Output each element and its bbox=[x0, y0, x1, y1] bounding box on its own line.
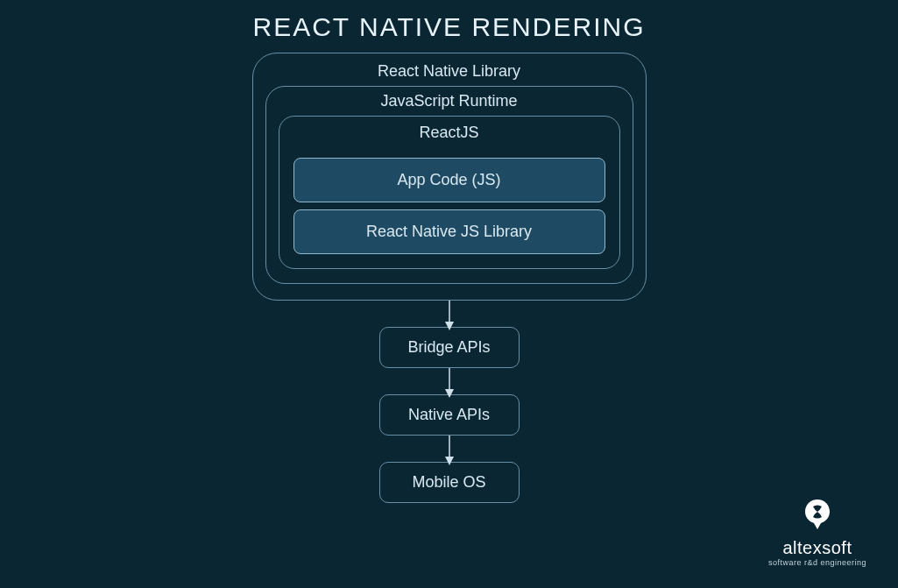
logo-mark-icon bbox=[803, 498, 832, 535]
diagram-container: React Native Library JavaScript Runtime … bbox=[0, 53, 898, 503]
logo-brand-text: altexsoft bbox=[768, 538, 866, 558]
layer-reactjs: ReactJS App Code (JS) React Native JS Li… bbox=[279, 116, 620, 269]
box-rn-js-library: React Native JS Library bbox=[293, 209, 605, 254]
node-mobile-os: Mobile OS bbox=[379, 462, 520, 503]
layer-javascript-runtime: JavaScript Runtime ReactJS App Code (JS)… bbox=[265, 86, 633, 284]
label-mid: JavaScript Runtime bbox=[279, 92, 620, 116]
node-native-apis: Native APIs bbox=[379, 394, 520, 436]
label-inner: ReactJS bbox=[293, 124, 605, 151]
box-app-code: App Code (JS) bbox=[293, 158, 605, 202]
node-bridge-apis: Bridge APIs bbox=[379, 327, 520, 368]
layer-react-native-library: React Native Library JavaScript Runtime … bbox=[252, 53, 647, 301]
brand-logo: altexsoft software r&d engineering bbox=[768, 498, 866, 567]
logo-tagline: software r&d engineering bbox=[768, 558, 866, 567]
svg-marker-1 bbox=[445, 322, 454, 330]
svg-marker-3 bbox=[445, 389, 454, 398]
diagram-title: REACT NATIVE RENDERING bbox=[0, 0, 898, 42]
arrow-icon bbox=[449, 368, 450, 394]
svg-marker-5 bbox=[445, 457, 454, 465]
arrow-icon bbox=[449, 436, 450, 462]
label-outer: React Native Library bbox=[265, 60, 633, 86]
arrow-icon bbox=[449, 301, 450, 327]
